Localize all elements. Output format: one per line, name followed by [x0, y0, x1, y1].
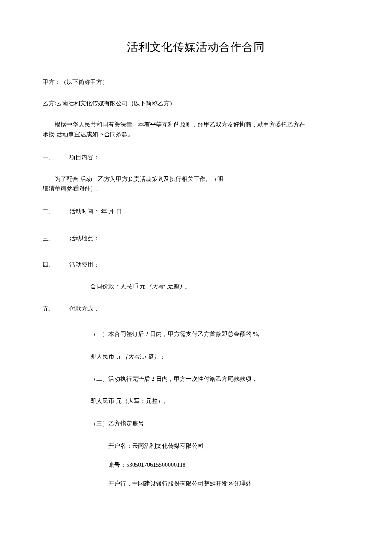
section-5-label: 付款方式：: [69, 305, 99, 312]
section-4-price: 合同价款：人民币 元（大写: 元整）。: [43, 282, 349, 291]
account-name: 开户名：云南活利文化传媒有限公司: [43, 441, 349, 451]
section-3-label: 活动地点：: [69, 235, 99, 242]
party-b-name: 云南活利文化传媒有限公司: [56, 100, 128, 106]
preamble-line-1: 根据中华人民共和国有关法律，本着平等互利的原则，经甲乙双方友好协商，就甲方委托乙…: [43, 120, 349, 129]
section-1-body-line-2: 细清单请参看附件）。: [43, 184, 349, 193]
section-4-num: 四、: [43, 260, 69, 270]
preamble-line-2: 承接 活动事宜达成如下合同条款。: [43, 130, 349, 139]
account-bank: 开户行：中国建设银行股份有限公司楚雄开发区分理处: [43, 479, 349, 489]
section-4-price-suffix: 。: [185, 283, 191, 290]
section-5-header: 五、付款方式：: [43, 304, 349, 313]
section-5-item-2: 即人民币 元（大写:元整）；: [43, 352, 349, 362]
section-1-header: 一、项目内容：: [43, 153, 349, 162]
section-4-header: 四、活动费用：: [43, 260, 349, 270]
document-page: 活利文化传媒活动合作合同 甲方：（以下简称甲方） 乙方:云南活利文化传媒有限公司…: [0, 0, 392, 555]
section-2: 二、活动时间： 年 月 日: [43, 207, 349, 216]
section-2-num: 二、: [43, 207, 69, 216]
preamble: 根据中华人民共和国有关法律，本着平等互利的原则，经甲乙双方友好协商，就甲方委托乙…: [43, 120, 349, 139]
section-5-item-1: （一）本合同签订后 2 日内，甲方需支付乙方首款即总金额的 %,: [43, 330, 349, 339]
section-5-item-2-italic: （大写:元整）: [122, 354, 160, 360]
document-title: 活利文化传媒活动合作合同: [43, 38, 349, 56]
section-1-num: 一、: [43, 153, 69, 162]
section-2-label: 活动时间： 年 月 日: [69, 208, 122, 215]
account-number: 账号：53050170615500000118: [43, 460, 349, 470]
section-5-item-2-suffix: ；: [159, 354, 165, 360]
section-3-num: 三、: [43, 234, 69, 243]
section-3: 三、活动地点：: [43, 234, 349, 243]
section-5-num: 五、: [43, 304, 69, 313]
section-5-item-2-prefix: 即人民币 元: [90, 354, 122, 360]
section-1-label: 项目内容：: [69, 154, 99, 161]
party-b-suffix: （以下简称乙方）: [128, 100, 176, 106]
party-a-line: 甲方：（以下简称甲方）: [43, 78, 349, 87]
party-b-prefix: 乙方:: [43, 100, 56, 106]
party-b-line: 乙方:云南活利文化传媒有限公司（以下简称乙方）: [43, 99, 349, 108]
section-5-item-5: （三）乙方指定账号：: [43, 419, 349, 428]
section-5-item-3: （二）活动执行完毕后 2 日内，甲方一次性付给乙方尾款款项，: [43, 374, 349, 384]
section-1-body-line-1: 为了配合 活动，乙方为甲方负责活动策划及执行相关工作。（明: [43, 175, 349, 184]
section-4-price-prefix: 合同价款：人民币 元: [90, 283, 146, 290]
section-4-price-italic: （大写: 元整）: [146, 283, 185, 290]
section-4-label: 活动费用：: [69, 262, 99, 268]
section-1-body: 为了配合 活动，乙方为甲方负责活动策划及执行相关工作。（明 细清单请参看附件）。: [43, 175, 349, 194]
section-5-item-4: 即人民币 元（大写：元整）。: [43, 397, 349, 406]
